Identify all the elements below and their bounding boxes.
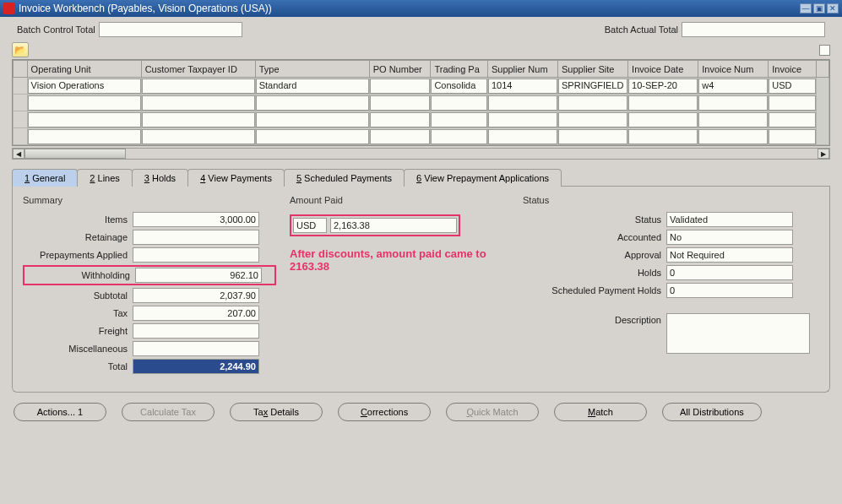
col-invoice-curr[interactable]: Invoice	[769, 61, 817, 78]
col-operating-unit[interactable]: Operating Unit	[27, 61, 141, 78]
col-trading-partner[interactable]: Trading Pa	[431, 61, 488, 78]
scroll-thumb[interactable]	[24, 149, 126, 159]
status-label: Status	[523, 214, 666, 225]
withholding-label: Withholding	[25, 270, 135, 280]
window-titlebar: Invoice Workbench (Payables, Vision Oper…	[0, 0, 842, 17]
summary-title: Summary	[23, 195, 276, 205]
retainage-value[interactable]	[133, 230, 259, 245]
cell-taxpayer[interactable]	[142, 79, 255, 94]
tab-view-payments[interactable]: 4 View Payments	[187, 169, 285, 187]
tax-value[interactable]	[133, 306, 259, 321]
freight-value[interactable]	[133, 323, 259, 339]
holds-label: Holds	[523, 268, 666, 278]
quick-match-button[interactable]: Quick Match	[446, 403, 539, 421]
scroll-right-icon[interactable]: ▶	[818, 149, 829, 159]
col-customer-taxpayer[interactable]: Customer Taxpayer ID	[141, 61, 255, 78]
tax-details-button[interactable]: Tax Details	[230, 403, 323, 421]
accounted-value[interactable]	[666, 230, 793, 245]
sched-holds-label: Scheduled Payment Holds	[523, 285, 666, 295]
prepayments-value[interactable]	[133, 247, 259, 263]
col-invoice-date[interactable]: Invoice Date	[628, 61, 698, 78]
grid-row-1[interactable]: Vision Operations Standard Consolida 101…	[14, 78, 829, 95]
tab-view-prepayment-apps[interactable]: 6 View Prepayment Applications	[404, 169, 562, 187]
col-supplier-site[interactable]: Supplier Site	[558, 61, 628, 78]
cell-invoice-num[interactable]: w4	[698, 79, 768, 94]
items-value[interactable]	[133, 212, 259, 227]
subtotal-label: Subtotal	[23, 290, 133, 301]
invoice-grid: Operating Unit Customer Taxpayer ID Type…	[12, 59, 830, 146]
holds-value[interactable]	[666, 265, 793, 280]
tab-general[interactable]: 1 General	[12, 169, 78, 187]
sched-holds-value[interactable]	[666, 283, 793, 298]
scroll-left-icon[interactable]: ◀	[13, 149, 24, 159]
items-label: Items	[23, 214, 133, 225]
general-panel: Summary Items Retainage Prepayments Appl…	[12, 187, 830, 393]
tab-holds[interactable]: 3 Holds	[132, 169, 188, 187]
tax-label: Tax	[23, 308, 133, 318]
grid-checkbox[interactable]	[819, 45, 830, 56]
oracle-icon	[3, 3, 15, 14]
cell-trading[interactable]: Consolida	[431, 79, 487, 94]
freight-label: Freight	[23, 326, 133, 336]
grid-header-row: Operating Unit Customer Taxpayer ID Type…	[14, 61, 829, 78]
misc-label: Miscellaneous	[23, 344, 133, 354]
subtotal-value[interactable]	[133, 288, 259, 303]
grid-hscroll[interactable]: ◀ ▶	[12, 148, 830, 160]
tab-scheduled-payments[interactable]: 5 Scheduled Payments	[284, 169, 405, 187]
accounted-label: Accounted	[523, 232, 666, 242]
close-button[interactable]: ✕	[827, 3, 839, 14]
batch-control-total-label: Batch Control Total	[17, 24, 95, 35]
amount-paid-title: Amount Paid	[290, 195, 509, 205]
row-marker[interactable]	[14, 78, 28, 95]
cell-operating-unit[interactable]: Vision Operations	[28, 79, 141, 94]
cell-invoice-date[interactable]: 10-SEP-20	[628, 79, 698, 94]
batch-totals-row: Batch Control Total Batch Actual Total	[0, 17, 842, 41]
maximize-button[interactable]: ▣	[813, 3, 825, 14]
tab-bar: 1 General 2 Lines 3 Holds 4 View Payment…	[12, 168, 830, 187]
description-textarea[interactable]	[666, 313, 810, 354]
window-title: Invoice Workbench (Payables, Vision Oper…	[19, 3, 798, 14]
cell-supplier-num[interactable]: 1014	[488, 79, 557, 94]
total-value[interactable]	[133, 359, 259, 374]
status-title: Status	[523, 195, 819, 205]
actions-button[interactable]: Actions... 1	[14, 403, 106, 421]
total-label: Total	[23, 361, 133, 371]
description-label: Description	[523, 313, 666, 325]
cell-supplier-site[interactable]: SPRINGFIELD	[558, 79, 627, 94]
col-invoice-num[interactable]: Invoice Num	[698, 61, 769, 78]
grid-vscroll[interactable]	[817, 78, 829, 145]
calculate-tax-button[interactable]: Calculate Tax	[122, 403, 215, 421]
col-po-number[interactable]: PO Number	[369, 61, 431, 78]
cell-invoice-curr[interactable]: USD	[769, 79, 816, 94]
col-supplier-num[interactable]: Supplier Num	[487, 61, 557, 78]
approval-label: Approval	[523, 250, 666, 260]
col-type[interactable]: Type	[255, 61, 369, 78]
grid-row-empty[interactable]	[14, 111, 829, 128]
grid-row-empty[interactable]	[14, 128, 829, 145]
retainage-label: Retainage	[23, 232, 133, 242]
misc-value[interactable]	[133, 341, 259, 356]
amount-paid-value[interactable]	[330, 218, 457, 233]
tab-lines[interactable]: 2 Lines	[77, 169, 132, 187]
withholding-value[interactable]	[135, 268, 262, 283]
prepayments-label: Prepayments Applied	[23, 250, 133, 260]
batch-actual-total-label: Batch Actual Total	[605, 24, 678, 35]
minimize-button[interactable]: —	[800, 3, 812, 14]
grid-row-empty[interactable]	[14, 95, 829, 111]
annotation-text: After discounts, amount paid came to 216…	[290, 247, 509, 273]
amount-paid-currency[interactable]	[293, 218, 327, 233]
status-value[interactable]	[666, 212, 793, 227]
approval-value[interactable]	[666, 247, 793, 263]
batch-control-total-input[interactable]	[99, 22, 242, 37]
match-button[interactable]: Match	[554, 403, 647, 421]
cell-type[interactable]: Standard	[256, 79, 369, 94]
batch-actual-total-input[interactable]	[682, 22, 825, 37]
all-distributions-button[interactable]: All Distributions	[662, 403, 762, 421]
bottom-button-bar: Actions... 1 Calculate Tax Tax Details C…	[0, 393, 842, 431]
cell-po-number[interactable]	[370, 79, 431, 94]
corrections-button[interactable]: Corrections	[338, 403, 431, 421]
folder-open-icon[interactable]: 📂	[12, 42, 29, 57]
